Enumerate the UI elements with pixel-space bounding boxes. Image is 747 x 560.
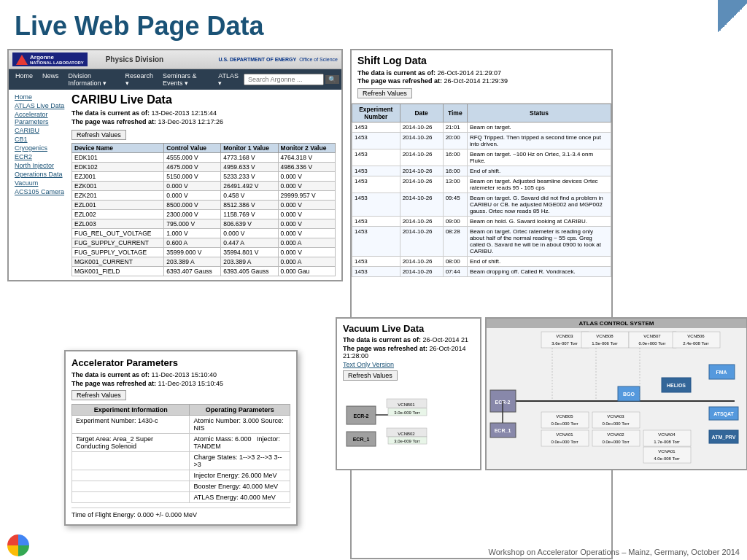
lab-subtitle: NATIONAL LABORATORY (30, 61, 84, 65)
nav-seminars[interactable]: Seminars & Events ▾ (158, 71, 213, 88)
vacuum-refreshed-label: The page was refreshed at: (343, 345, 427, 352)
accel-atomic-num: Atomic Number: 3.000 (193, 417, 259, 424)
accel-refreshed-line: The page was refreshed at: 11-Dec-2013 1… (71, 380, 290, 387)
sidebar-atlas-live[interactable]: ATLAS Live Data (15, 102, 66, 109)
sidebar-vacuum[interactable]: Vacuum (15, 179, 66, 187)
vacuum-refreshed-line: The page was refreshed at: 26-Oct-2014 2… (343, 345, 474, 359)
accel-row-1: Experiment Number: 1430-c Atomic Number:… (72, 416, 290, 434)
nav-research[interactable]: Research ▾ (121, 71, 158, 88)
caribu-refresh-button[interactable]: Refresh Values (71, 130, 126, 140)
caribu-table-cell: FUG_REL_OUT_VOLTAGE (72, 229, 164, 238)
caribu-current-value: 13-Dec-2013 12:15:44 (152, 109, 217, 117)
svg-text:FMA: FMA (716, 370, 727, 375)
caribu-table-cell: 0.000 V (278, 229, 335, 238)
caribu-table-cell: 4675.000 V (164, 163, 221, 172)
caribu-table-cell: 0.000 V (278, 201, 335, 210)
sidebar-ecr2[interactable]: ECR2 (15, 153, 66, 160)
energy-dept: U.S. DEPARTMENT OF ENERGY (218, 57, 296, 62)
svg-text:HELIOS: HELIOS (667, 383, 686, 388)
nav-atlas[interactable]: ATLAS ▾ (214, 71, 243, 88)
caribu-data-table: Device NameControl ValueMonitor 1 ValueM… (71, 143, 336, 276)
browser-bar: Argonne NATIONAL LABORATORY Physics Divi… (9, 50, 341, 69)
sidebar-ops-data[interactable]: Operations Data (15, 171, 66, 178)
caribu-table-cell: 5150.000 V (164, 172, 221, 182)
caribu-table-cell: EDK102 (72, 163, 164, 172)
shift-table-cell: 1453 (352, 227, 400, 257)
shift-table-cell: 2014-10-26 (400, 133, 443, 149)
sidebar-caribu[interactable]: CARIBU (15, 127, 66, 134)
caribu-table-cell: 4764.318 V (278, 153, 335, 163)
nav-news[interactable]: News (38, 71, 63, 88)
caribu-table-cell: 6393.405 Gauss (221, 267, 278, 276)
nav-home[interactable]: Home (11, 71, 37, 88)
caribu-table-cell: 35999.000 V (164, 248, 221, 257)
caribu-table-th: Device Name (72, 144, 164, 153)
shift-table-row: 14532014-10-2608:00End of shift. (352, 257, 611, 267)
svg-text:VCNB02: VCNB02 (398, 432, 415, 436)
search-input[interactable] (244, 74, 324, 85)
accel-atlas-energy: ATLAS Energy: 40.000 MeV (190, 492, 290, 503)
shift-table-cell: 1453 (352, 257, 400, 267)
accel-injector-energy: Injector Energy: 26.000 MeV (190, 470, 290, 481)
sidebar-cb1[interactable]: CB1 (15, 136, 66, 143)
accel-injector-label: Injector: (257, 435, 280, 443)
vacuum-refresh-button[interactable]: Refresh Values (343, 370, 398, 381)
caribu-table-row: EDK1014555.000 V4773.168 V4764.318 V (72, 153, 336, 163)
shift-table-cell: 16:00 (443, 166, 467, 176)
shift-table-cell: Beam on target. Ortec ratemeter is readi… (467, 227, 611, 257)
caribu-table-cell: 4986.336 V (278, 163, 335, 172)
shift-table-cell: 2014-10-26 (400, 193, 443, 217)
shift-table-cell: 1453 (352, 122, 400, 133)
accel-row-4: Injector Energy: 26.000 MeV (72, 470, 290, 481)
shift-table-cell: 1453 (352, 149, 400, 166)
shift-log-header: Shift Log Data The data is current as of… (352, 50, 611, 104)
shift-table-cell: 1453 (352, 267, 400, 277)
shift-log-title: Shift Log Data (357, 55, 605, 66)
svg-text:VCNA01: VCNA01 (658, 449, 676, 454)
shift-log-panel: Shift Log Data The data is current as of… (350, 49, 613, 559)
text-only-link[interactable]: Text Only Version (343, 361, 394, 368)
shift-table-cell: RFQ Tripped. Then tripped a second time … (467, 133, 611, 149)
svg-text:0.0e+000 Torr: 0.0e+000 Torr (551, 440, 578, 444)
nav-division[interactable]: Division Information ▾ (64, 71, 120, 88)
shift-table-row: 14532014-10-2620:00RFQ Tripped. Then tri… (352, 133, 611, 149)
caribu-table-cell: 8500.000 V (164, 201, 221, 210)
shift-table-cell: 2014-10-26 (400, 217, 443, 227)
shift-log-body: 14532014-10-2621:01Beam on target.145320… (352, 122, 611, 277)
caribu-browser-window: Argonne NATIONAL LABORATORY Physics Divi… (7, 49, 343, 281)
caribu-table-body: EDK1014555.000 V4773.168 V4764.318 VEDK1… (72, 153, 336, 276)
shift-table-cell: Beam on target. G. Savard did not find a… (467, 193, 611, 217)
shift-table-cell: 2014-10-26 (400, 166, 443, 176)
sidebar-north-injector[interactable]: North Injector (15, 162, 66, 169)
shift-table-cell: 2014-10-26 (400, 257, 443, 267)
caribu-table-cell: 4959.633 V (221, 163, 278, 172)
svg-text:VCNA02: VCNA02 (607, 432, 624, 437)
caribu-title: CARIBU Live Data (71, 93, 336, 106)
shift-log-table: ExperimentNumber Date Time Status 145320… (352, 104, 611, 277)
shift-current-line: The data is current as of: 26-Oct-2014 2… (357, 69, 605, 77)
shift-current-label: The data is current as of: (357, 69, 436, 77)
caribu-table-cell: 4555.000 V (164, 153, 221, 163)
svg-text:VCNB05: VCNB05 (556, 414, 573, 419)
accel-empty (72, 452, 190, 470)
sidebar-cryogenics[interactable]: Cryogenics (15, 144, 66, 152)
sidebar-accel-params[interactable]: Accelerator Parameters (15, 111, 66, 125)
caribu-table-cell: 0.000 V (278, 210, 335, 219)
accel-refresh-button[interactable]: Refresh Values (71, 390, 126, 400)
caribu-table-cell: EZL002 (72, 210, 164, 219)
sidebar-acs105[interactable]: ACS105 Camera (15, 188, 66, 195)
sidebar-home[interactable]: Home (15, 93, 66, 101)
shift-table-row: 14532014-10-2609:00Beam on hold. G. Sava… (352, 217, 611, 227)
shift-refresh-button[interactable]: Refresh Values (357, 88, 412, 98)
shift-table-cell: Beam on target. ~100 Hz on Ortec, 3.1-3.… (467, 149, 611, 166)
accel-refreshed-label: The page was refreshed at: (71, 380, 156, 387)
caribu-table-cell: 0.000 A (278, 257, 335, 267)
caribu-current-label: The data is current as of: (71, 109, 150, 117)
argonne-logo: Argonne NATIONAL LABORATORY (12, 52, 88, 66)
caribu-table-cell: 0.000 V (164, 182, 221, 191)
accel-current-value: 11-Dec-2013 15:10:40 (152, 371, 217, 378)
caribu-table-cell: EZL001 (72, 201, 164, 210)
search-button[interactable]: 🔍 (325, 75, 339, 84)
svg-text:2.4e-008 Torr: 2.4e-008 Torr (683, 341, 709, 346)
caribu-table-cell: MGK001_FIELD (72, 267, 164, 276)
